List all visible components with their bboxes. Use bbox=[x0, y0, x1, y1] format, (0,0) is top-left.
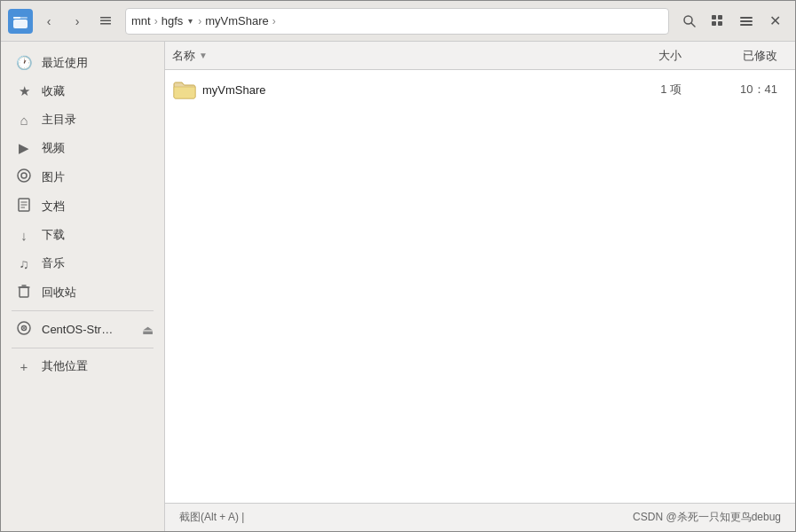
breadcrumb-sep-1: › bbox=[154, 15, 158, 27]
svg-rect-21 bbox=[20, 287, 28, 297]
svg-rect-2 bbox=[13, 17, 28, 19]
bookmarks-icon: ★ bbox=[15, 83, 33, 99]
col-modified-header[interactable]: 已修改 bbox=[682, 48, 788, 64]
music-icon: ♫ bbox=[15, 256, 33, 271]
file-list: myVmShare 1 项 10：41 bbox=[165, 70, 795, 503]
main-area: 🕐 最近使用 ★ 收藏 ⌂ 主目录 ▶ 视频 bbox=[1, 42, 795, 531]
file-size: 1 项 bbox=[611, 82, 682, 98]
svg-rect-8 bbox=[712, 15, 716, 20]
documents-icon bbox=[15, 198, 33, 215]
sidebar-item-centos[interactable]: CentOS-Str… ⏏ bbox=[1, 315, 164, 344]
downloads-icon: ↓ bbox=[15, 228, 33, 243]
sidebar-item-home[interactable]: ⌂ 主目录 bbox=[1, 106, 164, 134]
pictures-icon bbox=[15, 168, 33, 185]
search-button[interactable] bbox=[676, 8, 703, 35]
history-button[interactable] bbox=[93, 9, 118, 34]
breadcrumb-sep-3: › bbox=[272, 15, 276, 27]
menu-button[interactable] bbox=[733, 8, 760, 35]
svg-rect-9 bbox=[718, 15, 722, 20]
recent-icon: 🕐 bbox=[15, 55, 33, 71]
breadcrumb-mnt[interactable]: mnt bbox=[131, 14, 151, 27]
svg-rect-3 bbox=[100, 17, 111, 19]
svg-rect-1 bbox=[13, 20, 28, 28]
close-button[interactable]: ✕ bbox=[761, 8, 788, 35]
sidebar-divider bbox=[12, 310, 154, 311]
svg-rect-13 bbox=[740, 20, 753, 22]
sidebar-item-downloads[interactable]: ↓ 下载 bbox=[1, 221, 164, 249]
svg-rect-10 bbox=[712, 21, 716, 26]
videos-icon: ▶ bbox=[15, 140, 33, 156]
svg-rect-12 bbox=[740, 17, 753, 19]
other-locations-icon: + bbox=[15, 359, 33, 374]
breadcrumb-hgfs[interactable]: hgfs ▾ bbox=[162, 14, 195, 27]
svg-rect-11 bbox=[718, 21, 722, 26]
file-modified: 10：41 bbox=[682, 82, 788, 98]
trash-icon bbox=[15, 284, 33, 301]
eject-button[interactable]: ⏏ bbox=[142, 323, 154, 337]
svg-rect-4 bbox=[100, 20, 111, 21]
sidebar-divider-2 bbox=[12, 348, 154, 348]
svg-point-16 bbox=[21, 173, 27, 178]
screenshot-hint: 截图(Alt + A) | bbox=[179, 510, 244, 525]
sidebar-item-recent[interactable]: 🕐 最近使用 bbox=[1, 49, 164, 77]
col-name-header[interactable]: 名称 ▼ bbox=[172, 48, 611, 64]
sidebar-item-other[interactable]: + 其他位置 bbox=[1, 352, 164, 380]
breadcrumb-myvmshare[interactable]: myVmShare bbox=[205, 14, 269, 27]
breadcrumb: mnt › hgfs ▾ › myVmShare › bbox=[125, 8, 669, 35]
sidebar-item-videos[interactable]: ▶ 视频 bbox=[1, 134, 164, 162]
statusbar: 截图(Alt + A) | CSDN @杀死一只知更鸟debug bbox=[165, 503, 795, 531]
watermark: CSDN @杀死一只知更鸟debug bbox=[633, 510, 781, 525]
breadcrumb-sep-2: › bbox=[198, 15, 201, 27]
svg-point-15 bbox=[18, 169, 30, 182]
svg-point-26 bbox=[23, 327, 25, 329]
file-name: myVmShare bbox=[202, 83, 611, 97]
drive-icon bbox=[15, 321, 33, 338]
file-manager-window: ‹ › mnt › hgfs ▾ › myVmShare › bbox=[0, 0, 796, 532]
grid-view-button[interactable] bbox=[705, 8, 731, 35]
sidebar-item-trash[interactable]: 回收站 bbox=[1, 278, 164, 307]
svg-rect-5 bbox=[100, 23, 111, 25]
col-size-header[interactable]: 大小 bbox=[611, 48, 682, 64]
sidebar-item-music[interactable]: ♫ 音乐 bbox=[1, 249, 164, 278]
forward-button[interactable]: › bbox=[65, 9, 90, 34]
file-headers: 名称 ▼ 大小 已修改 bbox=[165, 42, 795, 70]
hgfs-dropdown[interactable]: ▾ bbox=[186, 16, 194, 26]
sidebar-item-documents[interactable]: 文档 bbox=[1, 192, 164, 221]
titlebar-actions: ✕ bbox=[676, 8, 788, 35]
back-button[interactable]: ‹ bbox=[36, 9, 61, 34]
svg-line-7 bbox=[691, 23, 695, 27]
sidebar-item-pictures[interactable]: 图片 bbox=[1, 162, 164, 192]
app-logo bbox=[8, 9, 33, 34]
folder-icon bbox=[172, 77, 197, 102]
svg-rect-14 bbox=[740, 24, 753, 26]
titlebar: ‹ › mnt › hgfs ▾ › myVmShare › bbox=[1, 1, 795, 42]
sidebar: 🕐 最近使用 ★ 收藏 ⌂ 主目录 ▶ 视频 bbox=[1, 42, 165, 531]
sidebar-item-bookmarks[interactable]: ★ 收藏 bbox=[1, 77, 164, 106]
home-icon: ⌂ bbox=[15, 113, 33, 128]
sort-icon: ▼ bbox=[199, 51, 208, 60]
table-row[interactable]: myVmShare 1 项 10：41 bbox=[165, 74, 795, 106]
file-area: 名称 ▼ 大小 已修改 bbox=[165, 42, 795, 531]
